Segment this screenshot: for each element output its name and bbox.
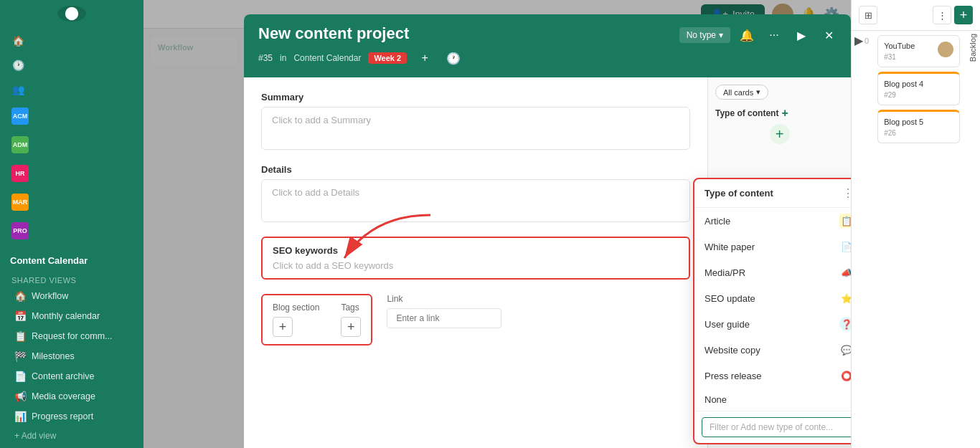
- article-icon: 📋: [839, 214, 851, 228]
- summary-section: Summary Click to add a Summary: [261, 92, 690, 150]
- chevron-down-icon: ▾: [719, 30, 723, 40]
- whitepaper-icon: 📄: [839, 239, 851, 254]
- type-content-dropdown: Type of content ⋮ Article 📋 White paper …: [693, 178, 851, 444]
- no-type-label: No type: [687, 30, 716, 40]
- sidebar-item-pro[interactable]: PRO: [6, 218, 138, 244]
- type-content-add-icon[interactable]: +: [781, 107, 788, 120]
- sidebar-item-mar[interactable]: MAR: [6, 189, 138, 215]
- summary-label: Summary: [261, 92, 690, 103]
- rp-card-blog5[interactable]: Blog post 5 #26: [877, 110, 960, 143]
- sidebar-item-progress[interactable]: 📊 Progress report: [4, 407, 139, 426]
- rp-more-button[interactable]: ⋮: [933, 6, 951, 24]
- media-icon: 📢: [14, 391, 26, 402]
- dropdown-filter-input[interactable]: [702, 417, 851, 437]
- sidebar-item-milestones[interactable]: 🏁 Milestones: [4, 347, 139, 366]
- seo-keywords-input[interactable]: Click to add a SEO keywords: [273, 260, 679, 271]
- modal-project: Content Calendar: [293, 53, 361, 63]
- sidebar-item-clock[interactable]: 🕐: [6, 54, 138, 76]
- sidebar-item-workflow[interactable]: 🏠 Workflow: [4, 287, 139, 305]
- media-label: Media coverage: [32, 391, 95, 401]
- dropdown-item-article[interactable]: Article 📋: [694, 208, 851, 234]
- play-button[interactable]: ▶: [791, 24, 812, 46]
- tags-group: Tags +: [341, 302, 361, 337]
- sidebar-item-users[interactable]: 👥: [6, 79, 138, 100]
- monthly-icon: 📅: [14, 310, 26, 322]
- rp-play-icon[interactable]: ▶: [854, 34, 863, 47]
- rp-expand-icon[interactable]: ⊞: [859, 6, 877, 24]
- add-button[interactable]: +: [414, 47, 435, 69]
- history-button[interactable]: 🕐: [443, 47, 464, 69]
- sidebar-item-content-archive[interactable]: 📄 Content archive: [4, 367, 139, 386]
- workflow-label: Workflow: [32, 291, 68, 301]
- request-label: Request for comm...: [32, 331, 113, 341]
- whitepaper-label: White paper: [705, 242, 755, 252]
- dropdown-menu-icon[interactable]: ⋮: [842, 186, 851, 200]
- dropdown-item-press-release[interactable]: Press release ⭕: [694, 363, 851, 389]
- blog-section-label: Blog section: [273, 302, 319, 313]
- dropdown-filter: [694, 411, 851, 443]
- sidebar-item-request[interactable]: 📋 Request for comm...: [4, 327, 139, 345]
- clock-icon: 🕐: [11, 59, 24, 72]
- dropdown-title: Type of content: [705, 188, 773, 199]
- dropdown-item-whitepaper[interactable]: White paper 📄: [694, 234, 851, 259]
- shared-add-view-label: + Add view: [14, 431, 56, 441]
- dropdown-item-user-guide[interactable]: User guide ❓: [694, 311, 851, 337]
- link-label: Link: [387, 294, 501, 304]
- dropdown-item-mediapr[interactable]: Media/PR 📣: [694, 259, 851, 285]
- website-copy-label: Website copy: [705, 345, 760, 356]
- link-input[interactable]: [387, 308, 501, 328]
- more-button[interactable]: ···: [763, 24, 785, 46]
- seo-keywords-placeholder: Click to add a SEO keywords: [273, 260, 393, 271]
- type-content-circle-add[interactable]: +: [770, 124, 790, 144]
- blog-section-add-button[interactable]: +: [273, 317, 293, 337]
- app-logo[interactable]: [57, 6, 86, 22]
- dropdown-item-website-copy[interactable]: Website copy 💬: [694, 337, 851, 363]
- tags-add-button[interactable]: +: [341, 317, 361, 337]
- no-type-button[interactable]: No type ▾: [679, 27, 730, 43]
- mar-badge: MAR: [11, 194, 29, 211]
- app-title: Content Calendar: [0, 249, 143, 272]
- summary-placeholder: Click to add a Summary: [272, 115, 371, 125]
- close-button[interactable]: ✕: [818, 24, 839, 46]
- bell-modal-button[interactable]: 🔔: [736, 24, 758, 46]
- backlog-label: Backlog: [966, 31, 980, 65]
- workflow-icon: 🏠: [14, 290, 26, 302]
- dropdown-item-none[interactable]: None: [694, 389, 851, 411]
- shared-add-view[interactable]: + Add view: [4, 428, 139, 444]
- mediapr-icon: 📣: [839, 265, 851, 280]
- blog-tags-box: Blog section + Tags +: [261, 294, 372, 345]
- adm-badge: ADM: [11, 136, 29, 153]
- hr-badge: HR: [11, 165, 29, 182]
- blog-section-group: Blog section +: [273, 302, 319, 337]
- type-content-label: Type of content: [715, 108, 778, 118]
- details-input[interactable]: Click to add a Details: [261, 179, 690, 222]
- rp-controls: ▶ 0: [852, 31, 872, 50]
- sidebar-item-monthly[interactable]: 📅 Monthly calendar: [4, 307, 139, 325]
- sidebar-item-hr[interactable]: HR: [6, 161, 138, 186]
- user-guide-label: User guide: [705, 319, 750, 330]
- all-cards-button[interactable]: All cards ▾: [715, 85, 768, 100]
- modal-header: New content project #35 in Content Calen…: [244, 14, 851, 77]
- summary-input[interactable]: Click to add a Summary: [261, 107, 690, 150]
- dropdown-item-seo-update[interactable]: SEO update ⭐: [694, 285, 851, 311]
- sidebar-item-home[interactable]: 🏠: [6, 30, 138, 52]
- rp-card-blog5-title: Blog post 5: [884, 118, 953, 126]
- sidebar-item-acm[interactable]: ACM: [6, 103, 138, 129]
- all-cards-chevron: ▾: [756, 87, 760, 97]
- sidebar-item-adm[interactable]: ADM: [6, 132, 138, 158]
- main-area: 👤+ Invite 🔔 ⚙️ Workflow Website copy Whi…: [143, 0, 851, 448]
- archive-label: Content archive: [32, 371, 95, 381]
- rp-card-blog5-num: #26: [884, 129, 953, 137]
- modal-meta: #35 in Content Calendar Week 2 + 🕐: [258, 47, 837, 69]
- milestones-label: Milestones: [32, 351, 75, 361]
- sidebar-item-media[interactable]: 📢 Media coverage: [4, 387, 139, 406]
- rp-card-youtube[interactable]: YouTube #31: [877, 35, 960, 67]
- rp-add-button[interactable]: +: [954, 6, 973, 24]
- monthly-label: Monthly calendar: [32, 311, 100, 321]
- rp-card-blog4[interactable]: Blog post 4 #29: [877, 72, 960, 105]
- details-placeholder: Click to add a Details: [272, 187, 359, 198]
- all-cards-label: All cards: [723, 88, 753, 97]
- details-section: Details Click to add a Details: [261, 164, 690, 222]
- right-panel: ⊞ ⋮ + ▶ 0 YouTube #31 Blog post 4: [851, 0, 980, 448]
- archive-icon: 📄: [14, 371, 26, 382]
